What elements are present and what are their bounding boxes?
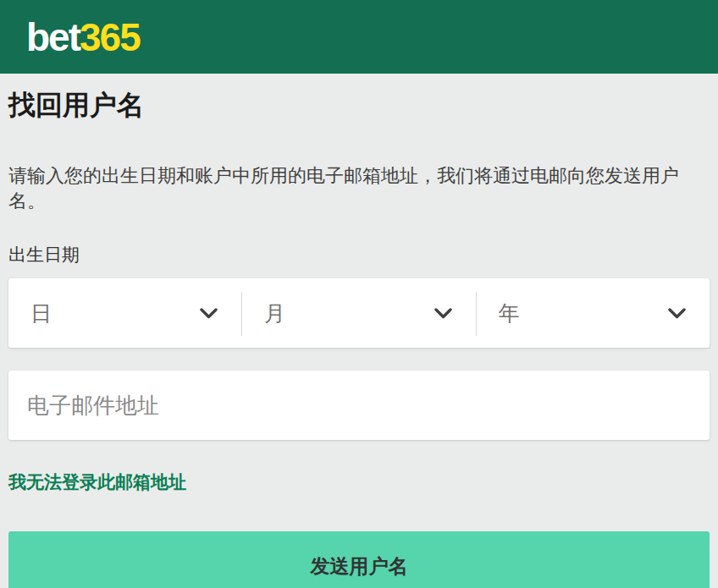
page-title: 找回用户名 [8, 88, 710, 122]
email-field-card [8, 371, 710, 440]
chevron-down-icon [668, 308, 686, 319]
dob-day-select[interactable]: 日 [8, 278, 241, 348]
instruction-text: 请输入您的出生日期和账户中所用的电子邮箱地址，我们将通过电邮向您发送用户名。 [8, 163, 710, 214]
logo-text-bet: bet [26, 15, 80, 59]
dob-select-group: 日 月 年 [8, 278, 710, 348]
dob-month-select-label: 月 [264, 299, 285, 327]
bet365-logo[interactable]: bet365 [26, 18, 140, 57]
chevron-down-icon [200, 308, 218, 319]
dob-label: 出生日期 [8, 243, 710, 267]
email-input[interactable] [8, 371, 710, 440]
cannot-access-email-link[interactable]: 我无法登录此邮箱地址 [8, 470, 186, 494]
logo-text-365: 365 [80, 15, 140, 59]
send-username-button[interactable]: 发送用户名 [8, 531, 710, 588]
dob-year-select-label: 年 [499, 299, 520, 327]
main-content: 找回用户名 请输入您的出生日期和账户中所用的电子邮箱地址，我们将通过电邮向您发送… [0, 88, 718, 588]
dob-month-select[interactable]: 月 [242, 278, 475, 348]
chevron-down-icon [434, 308, 452, 319]
app-header: bet365 [0, 0, 718, 74]
dob-day-select-label: 日 [30, 299, 52, 327]
dob-year-select[interactable]: 年 [477, 278, 710, 348]
